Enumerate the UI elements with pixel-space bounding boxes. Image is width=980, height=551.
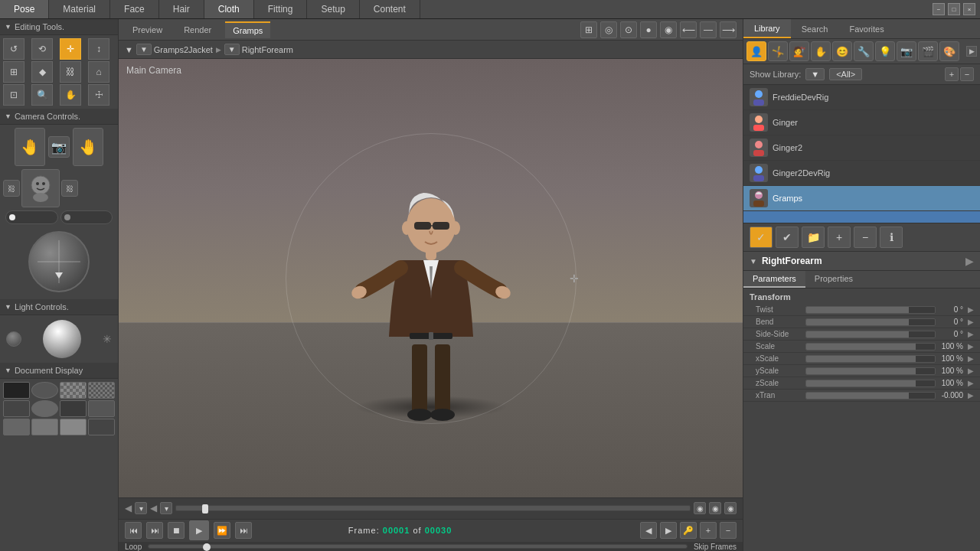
show-library-value[interactable]: <All> (829, 68, 862, 80)
lib-icon-face[interactable]: 😊 (832, 41, 852, 61)
vp-btn-7[interactable]: — (700, 21, 717, 38)
tool-translate[interactable]: ✛ (60, 38, 81, 60)
param-slider-xscale[interactable] (805, 355, 936, 363)
lib-icon-expand[interactable]: ▶ (966, 46, 977, 57)
param-slider-scale[interactable] (805, 343, 936, 350)
tool-twist[interactable]: ⟲ (31, 38, 53, 60)
transport-prev-frame[interactable]: ◀ (640, 522, 657, 539)
param-slider-twist[interactable] (805, 306, 936, 314)
vp-tab-preview[interactable]: Preview (125, 22, 170, 37)
vp-tab-render[interactable]: Render (176, 22, 219, 37)
tool-pan[interactable]: ✋ (60, 84, 81, 106)
param-expand-zscale[interactable]: ▶ (963, 379, 974, 387)
lib-item-ginger2devrig[interactable]: Ginger2DevRig (743, 161, 980, 186)
display-swatch-7[interactable] (60, 400, 87, 417)
lib-icon-light[interactable]: 💡 (875, 41, 895, 61)
param-slider-zscale[interactable] (805, 380, 936, 387)
timeline-arrow-2[interactable]: ◀ (150, 503, 157, 514)
params-expand-icon[interactable]: ▶ (965, 255, 974, 267)
tool-magnify[interactable]: 🔍 (31, 84, 53, 106)
timeline-scrub[interactable] (175, 505, 691, 511)
camera-icon-top[interactable]: 📷 (48, 136, 70, 158)
tool-zoom-window[interactable]: ⊡ (3, 84, 24, 106)
menu-tab-material[interactable]: Material (49, 0, 110, 18)
lib-item-ginger2[interactable]: Ginger2 (743, 135, 980, 161)
transport-step-fwd[interactable]: ⏩ (214, 522, 230, 539)
tool-morph[interactable]: ⌂ (88, 61, 109, 83)
transport-stop[interactable]: ⏹ (168, 522, 185, 539)
transport-goto-start[interactable]: ⏮ (125, 522, 142, 539)
param-slider-xtran[interactable] (805, 392, 936, 399)
lib-action-remove[interactable]: − (854, 227, 877, 248)
param-expand-scale[interactable]: ▶ (963, 342, 974, 350)
breadcrumb-arrow-left[interactable]: ▼ (125, 45, 133, 54)
vp-btn-8[interactable]: ⟶ (720, 21, 737, 38)
lib-icon-figure[interactable]: 👤 (746, 41, 766, 61)
timeline-btn-1[interactable]: ▾ (135, 502, 147, 514)
face-view-icon[interactable] (21, 169, 60, 207)
transport-next-frame[interactable]: ▶ (660, 522, 677, 539)
vp-btn-5[interactable]: ◉ (660, 21, 677, 38)
params-tab-parameters[interactable]: Parameters (743, 271, 805, 288)
timeline-btn-3[interactable]: ◉ (694, 502, 706, 514)
menu-tab-content[interactable]: Content (360, 0, 420, 18)
tool-scale[interactable]: ⊞ (3, 61, 24, 83)
timeline-arrow-left[interactable]: ◀ (125, 503, 132, 514)
display-swatch-3[interactable] (60, 382, 87, 399)
lib-icon-material[interactable]: 🎨 (939, 41, 959, 61)
menu-tab-fitting[interactable]: Fitting (254, 0, 308, 18)
tool-chain[interactable]: ⛓ (60, 61, 81, 83)
display-swatch-5[interactable] (3, 400, 30, 417)
lib-tab-search[interactable]: Search (791, 19, 839, 38)
lib-item-ginger[interactable]: Ginger (743, 110, 980, 135)
vp-tab-gramps[interactable]: Gramps (225, 21, 270, 38)
lib-action-folder[interactable]: 📁 (802, 227, 825, 248)
minimize-btn[interactable]: − (933, 3, 945, 15)
close-btn[interactable]: × (963, 3, 975, 15)
menu-tab-setup[interactable]: Setup (307, 0, 359, 18)
breadcrumb-bone[interactable]: ▼ RightForearm (224, 44, 293, 55)
vp-btn-2[interactable]: ◎ (600, 21, 617, 38)
lib-icon-pose[interactable]: 🤸 (768, 41, 788, 61)
camera-orb[interactable] (28, 231, 90, 292)
lib-item-empty[interactable] (743, 211, 980, 223)
lib-action-info[interactable]: ℹ (880, 227, 903, 248)
display-swatch-8[interactable] (88, 400, 115, 417)
menu-tab-hair[interactable]: Hair (159, 0, 204, 18)
vp-btn-3[interactable]: ⊙ (620, 21, 637, 38)
viewport[interactable]: Main Camera ✛ (119, 59, 743, 497)
param-expand-xscale[interactable]: ▶ (963, 354, 974, 363)
lib-icon-hand[interactable]: ✋ (811, 41, 831, 61)
menu-tab-face[interactable]: Face (110, 0, 159, 18)
lib-action-check2[interactable]: ✔ (776, 227, 799, 248)
display-swatch-2[interactable] (31, 382, 58, 399)
params-collapse-arrow[interactable]: ▼ (750, 257, 757, 266)
maximize-btn[interactable]: □ (948, 3, 960, 15)
transport-play[interactable]: ▶ (189, 520, 209, 540)
lib-action-check[interactable]: ✓ (750, 227, 773, 248)
right-hand-icon[interactable]: 🤚 (73, 128, 103, 166)
library-add-plus[interactable]: + (945, 67, 959, 81)
vp-btn-4[interactable]: ● (640, 21, 657, 38)
display-swatch-1[interactable] (3, 382, 30, 399)
lib-icon-scene[interactable]: 🎬 (918, 41, 938, 61)
transport-key[interactable]: 🔑 (680, 522, 697, 539)
lib-tab-library[interactable]: Library (743, 19, 791, 38)
param-slider-sideside[interactable] (805, 331, 936, 338)
lib-item-freddie[interactable]: FreddieDevRig (743, 85, 980, 110)
camera-track-right[interactable] (60, 210, 113, 224)
document-display-header[interactable]: ▼ Document Display (0, 363, 118, 379)
menu-tab-cloth[interactable]: Cloth (204, 0, 254, 18)
menu-tab-pose[interactable]: Pose (0, 0, 49, 18)
tool-taper[interactable]: ◆ (31, 61, 53, 83)
transport-del-key[interactable]: − (720, 522, 737, 539)
params-tab-properties[interactable]: Properties (805, 271, 862, 288)
timeline-btn-5[interactable]: ◉ (724, 502, 737, 514)
lib-action-add[interactable]: + (828, 227, 851, 248)
tool-move[interactable]: ↕ (88, 38, 109, 60)
lib-item-gramps[interactable]: Gramps (743, 186, 980, 211)
show-library-dropdown[interactable]: ▼ (805, 68, 825, 80)
param-expand-yscale[interactable]: ▶ (963, 367, 974, 375)
tool-rotate[interactable]: ↺ (3, 38, 24, 60)
library-add-minus[interactable]: − (960, 67, 974, 81)
